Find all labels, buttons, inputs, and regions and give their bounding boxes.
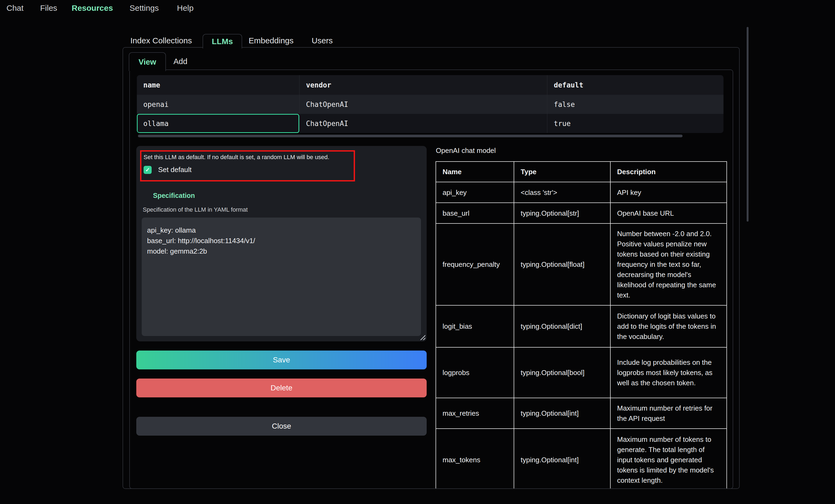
param-name: max_retries bbox=[436, 398, 514, 428]
model-row-api-key: api_key <class 'str'> API key bbox=[436, 182, 727, 203]
param-name: logit_bias bbox=[436, 305, 514, 347]
model-row-frequency-penalty: frequency_penalty typing.Optional[float]… bbox=[436, 224, 727, 305]
llm-col-vendor[interactable]: vendor bbox=[300, 75, 547, 95]
param-type: <class 'str'> bbox=[514, 182, 610, 203]
model-params-table: Name Type Description api_key <class 'st… bbox=[435, 161, 727, 489]
param-description: Maximum number of tokens to generate. Th… bbox=[610, 428, 727, 489]
llm-table-header-row: name vendor default bbox=[137, 75, 724, 95]
param-name: max_tokens bbox=[436, 428, 514, 489]
llm-list-table: name vendor default openai ChatOpenAI fa… bbox=[137, 75, 724, 133]
nav-item-help[interactable]: Help bbox=[177, 3, 194, 13]
save-button[interactable]: Save bbox=[136, 351, 427, 370]
set-default-checkbox-row[interactable]: ✓ Set default bbox=[144, 166, 191, 174]
model-col-description: Description bbox=[610, 162, 727, 182]
tab-llms[interactable]: LLMs bbox=[203, 34, 242, 48]
model-row-logprobs: logprobs typing.Optional[bool] Include l… bbox=[436, 347, 727, 398]
llm-col-default[interactable]: default bbox=[547, 75, 724, 95]
tab-users[interactable]: Users bbox=[312, 36, 333, 45]
param-description: Number between -2.0 and 2.0. Positive va… bbox=[610, 224, 727, 305]
param-description: API key bbox=[610, 182, 727, 203]
specification-heading: Specification bbox=[153, 192, 195, 200]
close-button[interactable]: Close bbox=[136, 417, 427, 436]
subtab-view[interactable]: View bbox=[129, 52, 166, 71]
llm-row-openai[interactable]: openai ChatOpenAI false bbox=[137, 95, 724, 114]
llm-edit-panel: Set this LLM as default. If no default i… bbox=[136, 146, 427, 341]
nav-item-settings[interactable]: Settings bbox=[129, 3, 159, 13]
param-description: OpenAI base URL bbox=[610, 203, 727, 224]
param-type: typing.Optional[bool] bbox=[514, 347, 610, 398]
param-type: typing.Optional[str] bbox=[514, 203, 610, 224]
llm-col-name[interactable]: name bbox=[137, 75, 300, 95]
subtab-view-label: View bbox=[139, 58, 156, 66]
param-type: typing.Optional[float] bbox=[514, 224, 610, 305]
param-name: api_key bbox=[436, 182, 514, 203]
model-row-max-tokens: max_tokens typing.Optional[int] Maximum … bbox=[436, 428, 727, 489]
view-tab-panel: name vendor default openai ChatOpenAI fa… bbox=[129, 69, 733, 489]
nav-item-chat[interactable]: Chat bbox=[6, 3, 23, 13]
model-panel-title: OpenAI chat model bbox=[436, 146, 496, 155]
yaml-spec-textarea[interactable]: api_key: ollama base_url: http://localho… bbox=[142, 217, 421, 336]
delete-button[interactable]: Delete bbox=[136, 379, 427, 397]
llm-cell-name-selected[interactable]: ollama bbox=[137, 114, 300, 133]
app-screen: Chat Files Resources Settings Help Index… bbox=[0, 0, 835, 504]
default-hint-text: Set this LLM as default. If no default i… bbox=[144, 154, 329, 161]
checkbox-check-icon: ✓ bbox=[145, 167, 150, 173]
set-default-checkbox[interactable]: ✓ bbox=[144, 166, 151, 174]
param-description: Maximum number of retries for the API re… bbox=[610, 398, 727, 428]
param-type: typing.Optional[int] bbox=[514, 398, 610, 428]
param-name: base_url bbox=[436, 203, 514, 224]
model-row-max-retries: max_retries typing.Optional[int] Maximum… bbox=[436, 398, 727, 428]
specification-description: Specification of the LLM in YAML format bbox=[143, 206, 248, 213]
page-vertical-scrollbar[interactable] bbox=[747, 27, 749, 222]
param-type: typing.Optional[dict] bbox=[514, 305, 610, 347]
llm-row-ollama[interactable]: ollama ChatOpenAI true bbox=[137, 114, 724, 133]
resize-handle-icon[interactable] bbox=[420, 335, 425, 340]
llm-cell-vendor: ChatOpenAI bbox=[300, 114, 547, 133]
subtab-add[interactable]: Add bbox=[174, 57, 187, 66]
default-annotation-box: Set this LLM as default. If no default i… bbox=[140, 150, 355, 182]
llm-cell-vendor: ChatOpenAI bbox=[300, 95, 547, 114]
set-default-label: Set default bbox=[158, 166, 191, 174]
param-type: typing.Optional[int] bbox=[514, 428, 610, 489]
model-col-type: Type bbox=[514, 162, 610, 182]
llm-cell-name[interactable]: openai bbox=[137, 95, 300, 114]
param-name: logprobs bbox=[436, 347, 514, 398]
model-col-name: Name bbox=[436, 162, 514, 182]
tab-index-collections[interactable]: Index Collections bbox=[130, 36, 192, 45]
nav-item-resources[interactable]: Resources bbox=[72, 3, 113, 13]
param-description: Include log probabilities on the logprob… bbox=[610, 347, 727, 398]
model-row-base-url: base_url typing.Optional[str] OpenAI bas… bbox=[436, 203, 727, 224]
nav-item-files[interactable]: Files bbox=[40, 3, 57, 13]
param-name: frequency_penalty bbox=[436, 224, 514, 305]
param-description: Dictionary of logit bias values to add t… bbox=[610, 305, 727, 347]
model-row-logit-bias: logit_bias typing.Optional[dict] Diction… bbox=[436, 305, 727, 347]
llm-cell-default: true bbox=[547, 114, 724, 133]
llm-cell-default: false bbox=[547, 95, 724, 114]
llm-table-horizontal-scrollbar[interactable] bbox=[138, 134, 683, 137]
model-table-header-row: Name Type Description bbox=[436, 162, 727, 182]
tab-embeddings[interactable]: Embeddings bbox=[249, 36, 293, 45]
tab-llms-label: LLMs bbox=[212, 37, 233, 46]
